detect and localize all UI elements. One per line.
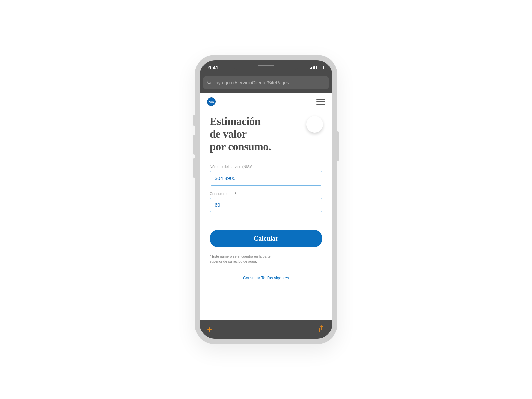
browser-bottom-bar: + — [200, 320, 332, 339]
notch — [233, 60, 299, 70]
side-button — [193, 135, 195, 155]
logo-icon[interactable]: AyA — [207, 97, 216, 106]
speaker-grille — [258, 65, 274, 66]
tariff-link[interactable]: Consultar Tarifas vigentes — [210, 276, 322, 280]
nis-input[interactable] — [210, 171, 322, 186]
cellular-signal-icon — [310, 66, 315, 69]
consumo-input[interactable] — [210, 198, 322, 212]
screen: 9:41 .aya.go.cr/servicioCliente/SitePage… — [200, 60, 332, 339]
title-line: de valor — [210, 128, 247, 140]
calculate-button[interactable]: Calcular — [210, 230, 322, 247]
title-line: por consumo. — [210, 141, 271, 153]
url-text: .aya.go.cr/servicioCliente/SitePages... — [214, 80, 293, 85]
share-icon[interactable] — [318, 325, 325, 333]
nis-label: Número del service (NIS)* — [210, 165, 322, 169]
page-title: Estimación de valor por consumo. — [210, 115, 322, 153]
svg-line-1 — [210, 83, 211, 85]
footnote-text: * Este número se encuentra en la parte s… — [210, 254, 283, 264]
menu-icon[interactable] — [316, 99, 325, 105]
search-icon — [207, 80, 212, 85]
new-tab-icon[interactable]: + — [207, 324, 212, 334]
status-time: 9:41 — [208, 65, 228, 70]
browser-url-bar[interactable]: .aya.go.cr/servicioCliente/SitePages... — [203, 76, 329, 89]
floating-action-button[interactable] — [306, 116, 323, 133]
phone-frame: 9:41 .aya.go.cr/servicioCliente/SitePage… — [195, 55, 337, 344]
consumo-label: Consumo en m3 — [210, 192, 322, 196]
app-header: AyA — [200, 93, 332, 109]
battery-icon — [316, 66, 324, 69]
estimation-form: Número del service (NIS)* Consumo en m3 … — [210, 165, 322, 280]
side-button — [337, 131, 339, 161]
page-content: AyA Estimación de valor por consumo. Núm… — [200, 93, 332, 320]
side-button — [193, 115, 195, 126]
svg-point-0 — [208, 81, 210, 84]
title-line: Estimación — [210, 115, 261, 127]
side-button — [193, 158, 195, 178]
